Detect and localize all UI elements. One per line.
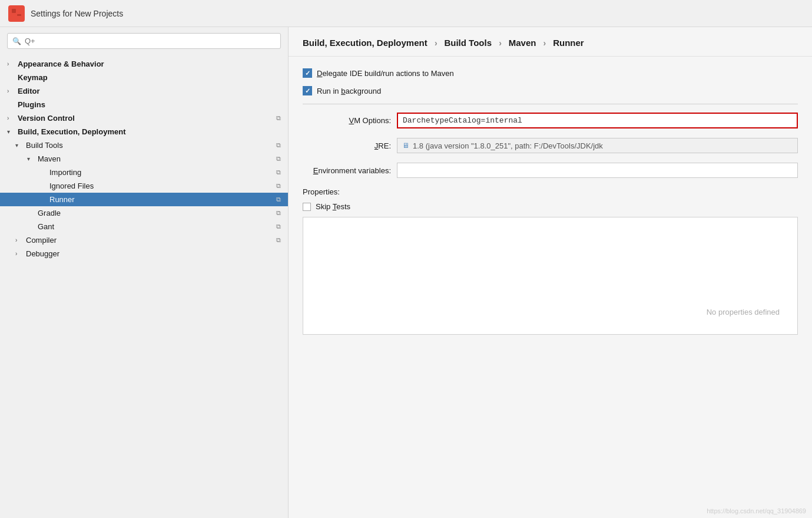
- run-background-row: Run in background: [303, 86, 798, 95]
- breadcrumb-bar: Build, Execution, Deployment › Build Too…: [289, 27, 812, 57]
- search-icon: 🔍: [12, 37, 21, 45]
- sidebar-item-build-execution[interactable]: ▾Build, Execution, Deployment: [0, 125, 288, 138]
- sidebar-item-keymap[interactable]: Keymap: [0, 71, 288, 84]
- delegate-checkbox-text: Delegate IDE build/run actions to Maven: [317, 69, 454, 78]
- sidebar-item-label-maven: Maven: [38, 154, 274, 163]
- sidebar-item-maven[interactable]: ▾Maven⧉: [0, 152, 288, 166]
- sidebar-item-label-appearance: Appearance & Behavior: [18, 60, 281, 68]
- sidebar-item-editor[interactable]: ›Editor: [0, 84, 288, 98]
- jre-icon: 🖥: [402, 141, 409, 150]
- sidebar-item-label-plugins: Plugins: [18, 100, 281, 109]
- breadcrumb-part-2: Build Tools: [444, 38, 492, 48]
- properties-label: Properties:: [303, 187, 798, 196]
- sidebar-item-version-control[interactable]: ›Version Control⧉: [0, 111, 288, 125]
- copy-icon-ignored-files: ⧉: [276, 182, 281, 190]
- sidebar-item-label-runner: Runner: [49, 195, 274, 204]
- env-vars-label: Environment variables:: [303, 166, 391, 175]
- sidebar-item-label-gant: Gant: [38, 222, 274, 231]
- breadcrumb: Build, Execution, Deployment › Build Too…: [303, 38, 584, 48]
- breadcrumb-part-1: Build, Execution, Deployment: [303, 38, 427, 48]
- jre-field[interactable]: 🖥 1.8 (java version "1.8.0_251", path: F…: [397, 138, 798, 153]
- copy-icon-maven: ⧉: [276, 155, 281, 163]
- sidebar-item-label-build-tools: Build Tools: [26, 141, 274, 150]
- copy-icon-gant: ⧉: [276, 223, 281, 230]
- settings-sidebar: 🔍 ›Appearance & BehaviorKeymap›EditorPlu…: [0, 27, 289, 518]
- jre-label: JRE:: [303, 141, 391, 150]
- sidebar-item-label-debugger: Debugger: [26, 249, 281, 258]
- no-properties-text: No properties defined: [707, 308, 780, 316]
- vm-options-wrapper: [397, 113, 798, 128]
- expand-arrow-maven: ▾: [27, 156, 35, 162]
- separator: [303, 104, 798, 104]
- env-vars-row: Environment variables:: [303, 163, 798, 178]
- tests-underline: T: [333, 202, 337, 211]
- expand-arrow-appearance: ›: [7, 61, 15, 67]
- settings-tree: ›Appearance & BehaviorKeymap›EditorPlugi…: [0, 55, 288, 518]
- jre-value: 1.8 (java version "1.8.0_251", path: F:/…: [413, 141, 603, 150]
- expand-arrow-editor: ›: [7, 88, 15, 94]
- copy-icon-compiler: ⧉: [276, 236, 281, 244]
- breadcrumb-part-3: Maven: [509, 38, 536, 48]
- expand-arrow-version-control: ›: [7, 115, 15, 121]
- delegate-checkbox-row: Delegate IDE build/run actions to Maven: [303, 68, 798, 78]
- expand-arrow-debugger: ›: [15, 250, 24, 257]
- sidebar-item-gant[interactable]: Gant⧉: [0, 220, 288, 233]
- sidebar-item-label-ignored-files: Ignored Files: [49, 182, 274, 190]
- expand-arrow-build-execution: ▾: [7, 128, 15, 135]
- vm-underline: V: [349, 116, 354, 125]
- properties-section: Properties: Skip Tests No properties def…: [303, 187, 798, 335]
- sidebar-item-build-tools[interactable]: ▾Build Tools⧉: [0, 138, 288, 152]
- svg-rect-2: [12, 14, 16, 18]
- app-logo: [8, 5, 25, 22]
- copy-icon-version-control: ⧉: [276, 114, 281, 122]
- sidebar-item-ignored-files[interactable]: Ignored Files⧉: [0, 179, 288, 193]
- sidebar-item-label-gradle: Gradle: [38, 209, 274, 217]
- search-box[interactable]: 🔍: [7, 33, 281, 49]
- background-underline: b: [341, 87, 345, 95]
- run-background-text: Run in background: [317, 87, 381, 95]
- run-background-label[interactable]: Run in background: [303, 86, 381, 95]
- breadcrumb-sep-2: ›: [499, 38, 504, 48]
- vm-options-label: VM Options:: [303, 116, 391, 125]
- svg-rect-1: [17, 9, 21, 13]
- sidebar-item-plugins[interactable]: Plugins: [0, 98, 288, 111]
- search-input[interactable]: [25, 37, 276, 45]
- skip-tests-label: Skip Tests: [316, 202, 350, 211]
- vm-options-input[interactable]: [397, 113, 798, 128]
- sidebar-item-compiler[interactable]: ›Compiler⧉: [0, 233, 288, 247]
- sidebar-item-importing[interactable]: Importing⧉: [0, 166, 288, 179]
- copy-icon-build-tools: ⧉: [276, 141, 281, 149]
- sidebar-item-label-keymap: Keymap: [18, 73, 281, 82]
- skip-tests-row: Skip Tests: [303, 202, 798, 211]
- breadcrumb-sep-3: ›: [543, 38, 549, 48]
- sidebar-item-label-importing: Importing: [49, 168, 274, 177]
- sidebar-item-label-compiler: Compiler: [26, 236, 274, 245]
- env-vars-input[interactable]: [397, 163, 798, 178]
- sidebar-item-appearance[interactable]: ›Appearance & Behavior: [0, 57, 288, 71]
- breadcrumb-sep-1: ›: [435, 38, 440, 48]
- properties-area: No properties defined: [303, 217, 798, 335]
- expand-arrow-build-tools: ▾: [15, 142, 24, 149]
- sidebar-item-debugger[interactable]: ›Debugger: [0, 247, 288, 260]
- vm-options-row: VM Options:: [303, 113, 798, 128]
- expand-arrow-compiler: ›: [15, 237, 24, 243]
- window-title: Settings for New Projects: [31, 9, 123, 18]
- title-bar: Settings for New Projects: [0, 0, 812, 27]
- breadcrumb-part-4: Runner: [553, 38, 584, 48]
- copy-icon-runner: ⧉: [276, 196, 281, 203]
- copy-icon-gradle: ⧉: [276, 209, 281, 217]
- content-panel: Build, Execution, Deployment › Build Too…: [289, 27, 812, 518]
- sidebar-item-gradle[interactable]: Gradle⧉: [0, 206, 288, 220]
- sidebar-item-label-editor: Editor: [18, 87, 281, 95]
- sidebar-item-label-build-execution: Build, Execution, Deployment: [18, 127, 281, 136]
- jre-underline: J: [374, 141, 379, 150]
- settings-content: Delegate IDE build/run actions to Maven …: [289, 57, 812, 518]
- sidebar-item-label-version-control: Version Control: [18, 114, 274, 123]
- run-background-checkbox[interactable]: [303, 86, 312, 95]
- jre-row: JRE: 🖥 1.8 (java version "1.8.0_251", pa…: [303, 138, 798, 153]
- delegate-checkbox[interactable]: [303, 68, 312, 78]
- skip-tests-checkbox[interactable]: [303, 203, 311, 211]
- env-underline: E: [313, 166, 319, 175]
- sidebar-item-runner[interactable]: Runner⧉: [0, 193, 288, 206]
- delegate-checkbox-label[interactable]: Delegate IDE build/run actions to Maven: [303, 68, 454, 78]
